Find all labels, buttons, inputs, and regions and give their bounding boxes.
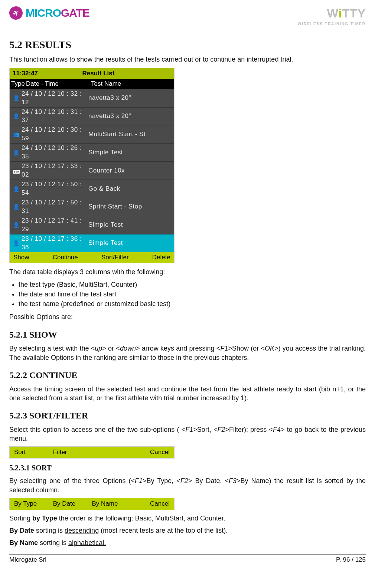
witty-i: i [339, 7, 342, 20]
microgate-logo: ✈ MICROGATE [9, 6, 89, 21]
softkey-cancel[interactable]: Cancel [131, 448, 170, 457]
softkey-show[interactable]: Show [13, 253, 29, 262]
logo-text-gate: GATE [61, 7, 89, 19]
footer-page: P. 96 / 125 [336, 556, 366, 564]
sort-by-type-line: Sorting by Type the order is the followi… [9, 514, 366, 523]
heading-5-2: 5.2 RESULTS [9, 38, 366, 52]
device-screenshot: 11:32:47 Result List Type Date - Time Te… [9, 68, 175, 263]
row-datetime: 24 / 10 / 12 10 : 31 : 37 [22, 108, 88, 125]
logo-text: MICROGATE [26, 6, 89, 21]
witty-text: WiTTY [298, 6, 366, 22]
row-datetime: 23 / 10 / 12 17 : 36 : 36 [22, 235, 88, 252]
softkey-sort[interactable]: Sort [14, 448, 53, 457]
softkey-continue[interactable]: Continue [53, 253, 78, 262]
row-testname: Counter 10x [88, 167, 173, 175]
result-row[interactable]: 👤23 / 10 / 12 17 : 41 : 29Simple Test [10, 216, 174, 234]
softkey-bar-sort-options: By Type By Date By Name Cancel [9, 498, 175, 510]
softkey-sort-filter[interactable]: Sort/Filter [101, 253, 129, 262]
page-header: ✈ MICROGATE WiTTY WIRELESS TRAINING TIME… [9, 6, 366, 29]
device-titlebar: 11:32:47 Result List [10, 68, 174, 79]
logo-text-micro: MICRO [26, 7, 61, 19]
row-datetime: 23 / 10 / 12 17 : 53 : 02 [22, 162, 88, 179]
heading-5-2-3-1-text: 5.2.3.1 SORT [9, 464, 52, 472]
heading-5-2-2: 5.2.2 CONTINUE [9, 369, 366, 381]
softkey-delete[interactable]: Delete [152, 253, 170, 262]
row-testname: navetta3 x 20" [88, 94, 173, 102]
paragraph-show: By selecting a test with the <up> or <do… [9, 344, 366, 362]
softkey-cancel[interactable]: Cancel [131, 500, 170, 508]
softkey-empty [92, 448, 131, 457]
row-datetime: 24 / 10 / 12 10 : 26 : 35 [22, 144, 88, 161]
list-item: the test name (predefined or customized … [19, 299, 366, 308]
person-icon: 👤 [11, 113, 22, 120]
device-column-headers: Type Date - Time Test Name [10, 79, 174, 89]
row-datetime: 23 / 10 / 12 17 : 50 : 54 [22, 180, 88, 197]
heading-5-2-3-1: 5.2.3.1 SORT [9, 463, 366, 473]
col-date: Date - Time [26, 80, 91, 88]
witty-tty: TTY [342, 7, 366, 20]
witty-logo: WiTTY WIRELESS TRAINING TIMER [298, 6, 366, 27]
columns-intro: The data table displays 3 columns with t… [9, 267, 366, 276]
result-row[interactable]: 👤24 / 10 / 12 10 : 26 : 35Simple Test [10, 143, 174, 161]
device-time: 11:32:47 [13, 69, 48, 78]
device-softkeys: Show Continue Sort/Filter Delete [10, 252, 174, 263]
row-datetime: 23 / 10 / 12 17 : 50 : 31 [22, 198, 88, 216]
heading-5-2-2-text: 5.2.2 CONTINUE [9, 370, 77, 380]
heading-5-2-3-text: 5.2.3 SORT/FILTER [9, 411, 88, 420]
col-type: Type [11, 80, 26, 88]
person-icon: 👤 [11, 240, 22, 247]
columns-list: the test type (Basic, MultiStart, Counte… [19, 280, 366, 309]
intro-paragraph: This function allows to show the results… [9, 55, 366, 64]
counter-icon: 359 [11, 167, 22, 174]
heading-5-2-3: 5.2.3 SORT/FILTER [9, 410, 366, 421]
row-datetime: 23 / 10 / 12 17 : 41 : 29 [22, 217, 88, 234]
person-icon: 👤 [11, 149, 22, 156]
row-datetime: 24 / 10 / 12 10 : 32 : 12 [22, 90, 88, 107]
softkey-bar-sort-filter: Sort Filter Cancel [9, 446, 175, 459]
result-row[interactable]: 35923 / 10 / 12 17 : 53 : 02Counter 10x [10, 161, 174, 180]
multistart-icon: 👥 [11, 131, 22, 138]
row-testname: Simple Test [88, 148, 173, 157]
paragraph-sort: By selecting one of the three Options (<… [9, 476, 366, 495]
heading-5-2-1-text: 5.2.1 SHOW [9, 330, 57, 339]
person-icon: 👤 [11, 185, 22, 193]
softkey-by-type[interactable]: By Type [14, 500, 53, 508]
row-datetime: 24 / 10 / 12 10 : 30 : 59 [22, 126, 88, 143]
sort-by-name-line: By Name sorting is alphabetical. [9, 538, 366, 547]
row-testname: Simple Test [88, 221, 173, 229]
row-testname: Simple Test [88, 239, 173, 247]
result-row[interactable]: 👥24 / 10 / 12 10 : 30 : 59MultiStart Sta… [10, 125, 174, 143]
person-icon: 👤 [11, 203, 22, 210]
result-row[interactable]: 👤24 / 10 / 12 10 : 32 : 12navetta3 x 20" [10, 89, 174, 107]
logo-icon: ✈ [7, 4, 25, 22]
softkey-by-name[interactable]: By Name [92, 500, 131, 508]
paragraph-sort-filter: Select this option to access one of the … [9, 425, 366, 443]
row-testname: navetta3 x 20" [88, 112, 173, 121]
result-row[interactable]: 👤24 / 10 / 12 10 : 31 : 37navetta3 x 20" [10, 107, 174, 125]
row-testname: Go & Back [88, 185, 173, 193]
list-item: the test type (Basic, MultiStart, Counte… [19, 280, 366, 289]
witty-w: W [327, 7, 339, 20]
person-icon: 👤 [11, 221, 22, 229]
row-testname: Sprint Start - Stop [88, 203, 173, 211]
paragraph-continue: Access the timing screen of the selected… [9, 385, 366, 403]
heading-5-2-1: 5.2.1 SHOW [9, 329, 366, 341]
device-title: Result List [48, 69, 171, 78]
heading-5-2-text: 5.2 RESULTS [9, 39, 71, 50]
result-row[interactable]: 👤23 / 10 / 12 17 : 50 : 31Sprint Start -… [10, 198, 174, 216]
list-item: the date and time of the test start [19, 290, 366, 299]
row-testname: MultiStart Start - St [88, 130, 173, 139]
softkey-filter[interactable]: Filter [53, 448, 92, 457]
person-icon: 👤 [11, 95, 22, 102]
col-name: Test Name [91, 80, 173, 88]
sort-by-date-line: By Date sorting is descending (most rece… [9, 526, 366, 535]
options-intro: Possible Options are: [9, 312, 366, 321]
result-row[interactable]: 👤23 / 10 / 12 17 : 36 : 36Simple Test [10, 234, 174, 252]
page-footer: Microgate Srl P. 96 / 125 [9, 554, 366, 564]
result-row[interactable]: 👤23 / 10 / 12 17 : 50 : 54Go & Back [10, 180, 174, 198]
softkey-by-date[interactable]: By Date [53, 500, 92, 508]
footer-company: Microgate Srl [9, 556, 46, 564]
witty-subtitle: WIRELESS TRAINING TIMER [298, 22, 366, 27]
